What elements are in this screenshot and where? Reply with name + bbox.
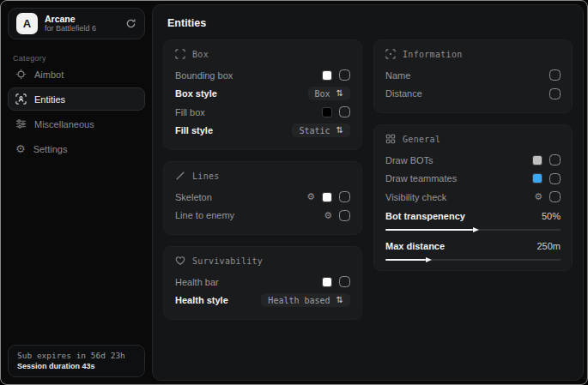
setting-label: Health bar xyxy=(175,277,219,287)
slider-fill xyxy=(385,229,473,231)
color-swatch[interactable] xyxy=(322,107,332,117)
session-duration-text: Session duration 43s xyxy=(17,362,136,370)
setting-label: Bounding box xyxy=(175,70,233,81)
setting-row-distance: Distance xyxy=(385,85,561,104)
color-swatch[interactable] xyxy=(532,173,543,183)
setting-label: Distance xyxy=(385,88,422,99)
color-swatch[interactable] xyxy=(322,192,332,202)
setting-row-draw-bots: Draw BOTs xyxy=(385,151,561,170)
slider-value: 50% xyxy=(542,211,561,221)
sidebar-item-settings[interactable]: ⚙ Settings xyxy=(8,137,145,160)
setting-label: Box style xyxy=(175,88,217,99)
sidebar-item-label: Miscellaneous xyxy=(34,119,94,129)
lines-card: Lines Skeleton ⚙ Line to enemy ⚙ xyxy=(163,161,362,235)
dropdown-value: Static xyxy=(299,126,330,135)
setting-row-box-style: Box style Box ⇅ xyxy=(175,85,350,104)
color-swatch[interactable] xyxy=(322,70,332,81)
general-card-header: General xyxy=(385,134,561,144)
updown-arrows-icon: ⇅ xyxy=(336,89,343,98)
line-to-enemy-checkbox[interactable] xyxy=(339,210,350,221)
gear-icon[interactable]: ⚙ xyxy=(534,192,543,202)
right-column: Information Name Distance xyxy=(373,39,573,331)
sidebar-item-entities[interactable]: Entities xyxy=(8,87,145,111)
survivability-card: Survivability Health bar Health style He… xyxy=(163,246,362,320)
max-distance-slider[interactable] xyxy=(385,259,561,261)
sliders-icon xyxy=(15,118,27,129)
setting-row-draw-teammates: Draw teammates xyxy=(385,170,561,189)
slider-thumb[interactable] xyxy=(426,257,432,262)
setting-label: Draw teammates xyxy=(385,173,457,183)
subscription-card: Sub expires in 56d 23h Session duration … xyxy=(8,345,145,377)
bounding-box-checkbox[interactable] xyxy=(339,69,350,81)
sidebar-item-miscellaneous[interactable]: Miscellaneous xyxy=(8,112,145,135)
main-panel: Entities Box Bounding box xyxy=(152,4,584,381)
information-card-header: Information xyxy=(385,49,561,59)
box-style-dropdown[interactable]: Box ⇅ xyxy=(308,87,350,100)
name-checkbox[interactable] xyxy=(549,69,561,81)
app-title: Arcane xyxy=(45,14,118,24)
setting-label: Name xyxy=(385,70,410,81)
information-icon xyxy=(385,49,396,59)
bot-transparency-slider[interactable] xyxy=(385,229,561,231)
box-card-header: Box xyxy=(175,49,350,59)
entities-icon xyxy=(15,93,27,105)
health-bar-checkbox[interactable] xyxy=(339,276,350,287)
setting-label: Skeleton xyxy=(175,192,212,202)
slider-label: Bot transpenency xyxy=(385,211,465,221)
color-swatch[interactable] xyxy=(532,155,543,165)
setting-row-line-to-enemy: Line to enemy ⚙ xyxy=(175,207,350,226)
sidebar-item-label: Entities xyxy=(34,94,65,105)
gear-icon[interactable]: ⚙ xyxy=(306,192,315,202)
slider-label: Max distance xyxy=(385,241,445,251)
dropdown-value: Health based xyxy=(268,296,330,305)
sidebar-item-aimbot[interactable]: Aimbot xyxy=(8,63,145,86)
max-distance-slider-group: Max distance 250m xyxy=(385,238,561,261)
dropdown-value: Box xyxy=(315,89,330,99)
sub-expiry-text: Sub expires in 56d 23h xyxy=(17,351,136,360)
refresh-icon[interactable] xyxy=(125,18,136,29)
information-card: Information Name Distance xyxy=(373,39,573,113)
app-logo: A xyxy=(16,13,38,34)
card-title: Survivability xyxy=(192,256,263,266)
visibility-check-checkbox[interactable] xyxy=(549,191,561,202)
updown-arrows-icon: ⇅ xyxy=(336,296,343,304)
slider-value: 250m xyxy=(536,241,561,251)
sidebar: A Arcane for Battlefield 6 Category xyxy=(1,1,152,384)
setting-row-name: Name xyxy=(385,66,561,85)
setting-row-bounding-box: Bounding box xyxy=(175,66,350,85)
general-card: General Draw BOTs Draw teammates xyxy=(373,124,573,271)
setting-row-fill-style: Fill style Static ⇅ xyxy=(175,122,350,141)
line-icon xyxy=(175,171,185,181)
distance-checkbox[interactable] xyxy=(549,88,561,99)
setting-row-fill-box: Fill box xyxy=(175,103,350,122)
card-title: General xyxy=(403,135,440,144)
grid-icon xyxy=(385,134,396,144)
color-swatch[interactable] xyxy=(322,277,332,287)
health-style-dropdown[interactable]: Health based ⇅ xyxy=(261,293,350,307)
fill-style-dropdown[interactable]: Static ⇅ xyxy=(292,123,350,137)
survivability-card-header: Survivability xyxy=(175,256,350,266)
app-header-card: A Arcane for Battlefield 6 xyxy=(8,8,145,39)
heart-icon xyxy=(175,256,185,266)
setting-label: Fill style xyxy=(175,125,213,135)
setting-label: Line to enemy xyxy=(175,210,234,220)
gear-icon: ⚙ xyxy=(15,143,26,154)
app-names: Arcane for Battlefield 6 xyxy=(45,14,118,33)
sidebar-item-label: Settings xyxy=(33,144,68,154)
sidebar-nav: Aimbot Entities xyxy=(8,63,145,162)
updown-arrows-icon: ⇅ xyxy=(336,126,343,135)
gear-icon[interactable]: ⚙ xyxy=(324,211,332,220)
left-column: Box Bounding box Box style Box ⇅ xyxy=(163,39,362,331)
card-title: Box xyxy=(192,50,209,59)
draw-teammates-checkbox[interactable] xyxy=(549,173,561,184)
box-card: Box Bounding box Box style Box ⇅ xyxy=(163,39,362,150)
draw-bots-checkbox[interactable] xyxy=(549,154,561,165)
setting-row-health-style: Health style Health based ⇅ xyxy=(175,292,350,310)
slider-thumb[interactable] xyxy=(473,227,479,232)
columns: Box Bounding box Box style Box ⇅ xyxy=(163,39,573,331)
page-title: Entities xyxy=(167,17,583,29)
box-select-icon xyxy=(175,49,185,59)
skeleton-checkbox[interactable] xyxy=(339,191,350,202)
fill-box-checkbox[interactable] xyxy=(339,106,350,117)
app-window: A Arcane for Battlefield 6 Category xyxy=(0,0,588,385)
